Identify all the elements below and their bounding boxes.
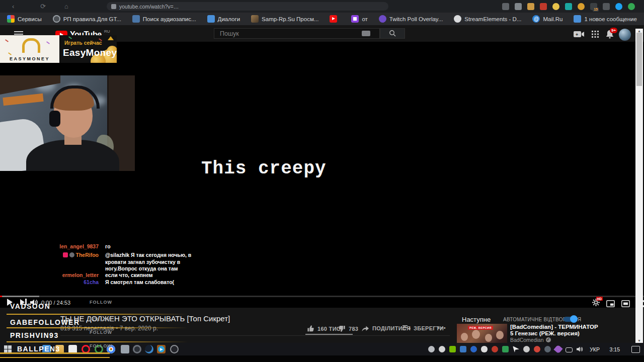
extension-icon[interactable]	[565, 3, 572, 10]
globe-icon	[53, 15, 60, 23]
extension-icon[interactable]	[502, 3, 509, 10]
extension-icon[interactable]	[578, 3, 585, 10]
telegram-icon[interactable]	[157, 345, 166, 353]
extension-icon[interactable]	[515, 3, 522, 10]
bookmark-item-mailru[interactable]: Mail.Ru	[532, 15, 562, 23]
avatar[interactable]	[619, 29, 631, 41]
headphones-tray-icon[interactable]	[428, 346, 435, 352]
back-icon[interactable]: ‹	[12, 0, 14, 13]
browser-topbar: ‹ ⟳ ⌂ youtube.com/watch?v=… 15	[0, 0, 644, 13]
follow-label: FOLLOW	[90, 300, 112, 305]
bookmark-item-new-message[interactable]: 1 новое сообщение	[574, 15, 636, 23]
settings-button[interactable]: HD	[592, 299, 600, 308]
start-button[interactable]	[4, 345, 12, 353]
headphones-icon	[50, 85, 100, 109]
steam-tray-icon[interactable]	[544, 346, 551, 352]
chat-message: len_angel_9837 го	[0, 243, 216, 250]
camera-tray-icon[interactable]	[523, 346, 530, 352]
bookmark-item-rp-rules[interactable]: РП правила.Для GT...	[53, 15, 121, 23]
notifications-button[interactable]: 9+	[606, 30, 614, 41]
follower-name: PRISHVIN93	[10, 331, 59, 339]
theater-mode-icon[interactable]	[621, 300, 630, 307]
extension-icon[interactable]	[552, 3, 559, 10]
circle-tray-icon[interactable]	[470, 346, 477, 352]
url-text[interactable]: youtube.com/watch?v=…	[119, 4, 179, 10]
chat-username[interactable]: len_angel_9837	[0, 243, 99, 250]
cursor-icon[interactable]	[513, 346, 519, 352]
bookmark-item-audio-search[interactable]: Поиск аудиозапис...	[132, 15, 196, 23]
action-center-icon[interactable]	[631, 346, 640, 353]
browser-avatar[interactable]	[628, 3, 635, 10]
scroll-up-icon[interactable]: ▲	[635, 29, 643, 33]
ad-banner[interactable]: EASYMONEY Играть сейчас EasyMoney	[0, 35, 117, 63]
scrollbar[interactable]: ▲ ▼	[635, 29, 643, 343]
twitch-icon	[351, 15, 359, 23]
volume-tray-icon[interactable]	[577, 346, 584, 352]
address-bar[interactable]: youtube.com/watch?v=…	[107, 2, 388, 11]
extension-icon-badge[interactable]: 15	[590, 3, 597, 10]
reload-icon[interactable]: ⟳	[40, 0, 46, 13]
bookmark-item-ot[interactable]: от	[351, 15, 367, 23]
pen-icon[interactable]	[553, 344, 562, 353]
bookmark-item-samp[interactable]: Samp-Rp.Su Просм...	[251, 15, 318, 23]
video-caption: This creepy	[201, 158, 327, 179]
next-heading: Наступне	[462, 316, 491, 323]
mic-icon[interactable]	[481, 346, 488, 352]
toggle-knob	[570, 315, 578, 323]
twitter-extension-icon[interactable]	[615, 3, 622, 10]
like-button[interactable]: 160 ТИС.	[307, 325, 342, 332]
suggested-video-title[interactable]: [BadComedian] - ТЕРМИНАТОР	[510, 324, 598, 330]
apps-button[interactable]	[592, 31, 599, 40]
home-icon[interactable]: ⌂	[64, 0, 68, 13]
green-tray-icon[interactable]	[502, 346, 509, 352]
site-icon	[111, 4, 116, 9]
suggested-video-title-line2[interactable]: 5 Генезис (РЕЖ. версия)	[510, 330, 580, 336]
extension-icon[interactable]	[603, 3, 610, 10]
steam-icon[interactable]	[145, 345, 153, 353]
bottom-letterbox	[0, 355, 644, 362]
extension-icon[interactable]	[540, 3, 547, 10]
ad-cta[interactable]: Играть сейчас	[64, 40, 102, 46]
bookmark-item-youtube[interactable]	[330, 15, 340, 23]
scrollbar-thumb[interactable]	[636, 33, 642, 86]
twitch-circle-icon	[379, 15, 386, 23]
search-input[interactable]	[219, 30, 362, 38]
keyboard-icon[interactable]	[362, 31, 370, 36]
progress-bar[interactable]	[0, 296, 644, 297]
ad-brand[interactable]: EasyMoney	[63, 47, 117, 58]
blue-app-tray-icon[interactable]	[460, 346, 466, 352]
clock[interactable]: 3:15	[610, 346, 620, 352]
more-icon: •••	[438, 325, 447, 331]
suggested-video-channel[interactable]: BadComedian ✓	[510, 337, 551, 343]
language-indicator[interactable]: УКР	[590, 346, 600, 352]
nvidia-icon[interactable]	[449, 346, 456, 352]
bookmark-item-services[interactable]: Сервисы	[7, 15, 42, 23]
webcam-app-icon[interactable]	[133, 345, 141, 353]
miniplayer-icon[interactable]	[606, 300, 615, 307]
share-arrow-icon	[361, 325, 369, 332]
bookmark-item-streamelements[interactable]: StreamElements - D...	[454, 15, 521, 23]
chat-username[interactable]: TheRifoo	[76, 252, 99, 258]
bookmark-item-twitch-poll[interactable]: Twitch Poll Overlay...	[379, 15, 443, 23]
chat-message: 61cha Я смотрел там слабовато(	[0, 279, 216, 286]
dislike-button[interactable]: 783	[338, 325, 358, 332]
scroll-down-icon[interactable]: ▼	[635, 339, 643, 342]
create-video-button[interactable]: +	[574, 31, 585, 40]
more-button[interactable]: •••	[438, 325, 447, 331]
chat-username[interactable]: 61cha	[0, 279, 99, 286]
obs-icon[interactable]	[170, 345, 179, 353]
chat-username[interactable]: ermelon_letter	[0, 272, 99, 279]
bookmark-item-dialogs[interactable]: Диалоги	[207, 15, 240, 23]
thumb-down-icon	[338, 325, 346, 332]
extension-icon[interactable]	[527, 3, 534, 10]
follower-name: VADSOON	[10, 302, 50, 310]
search-button[interactable]	[380, 28, 405, 39]
card-app-icon[interactable]	[121, 345, 129, 353]
record-icon[interactable]	[492, 346, 498, 352]
xbox-icon[interactable]	[439, 346, 445, 352]
network-icon[interactable]	[566, 347, 573, 352]
thumbnail-badge: РЕЖ. ВЕРСИЯ	[468, 326, 493, 330]
search-box[interactable]	[214, 28, 380, 39]
autoplay-toggle[interactable]	[564, 317, 577, 322]
red-tray-icon[interactable]	[534, 346, 540, 352]
